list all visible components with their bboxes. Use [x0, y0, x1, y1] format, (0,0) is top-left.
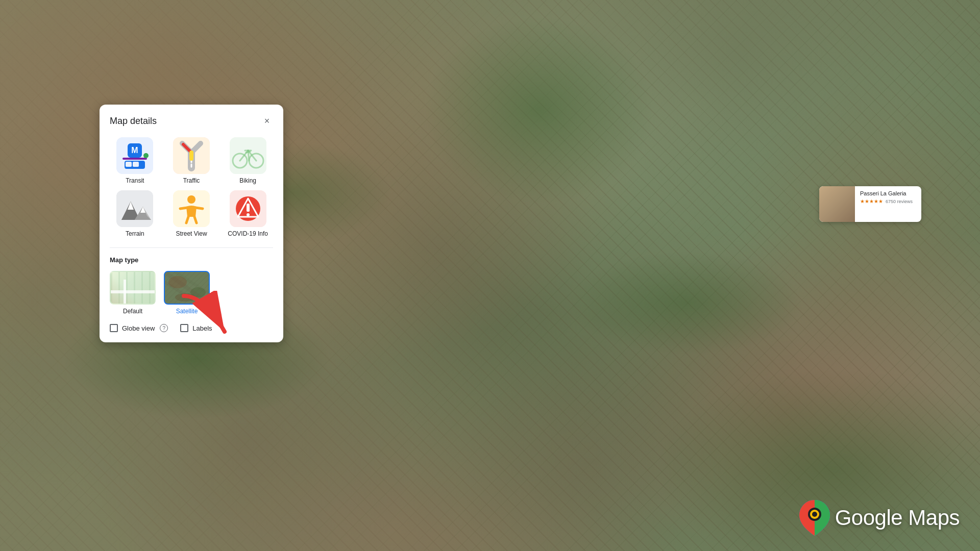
- svg-line-32: [180, 208, 187, 209]
- covid-item[interactable]: COVID-19 Info: [223, 190, 273, 237]
- map-details-panel: Map details × M: [100, 105, 283, 342]
- close-button[interactable]: ×: [261, 115, 273, 127]
- map-details-grid: M Transit: [110, 137, 273, 237]
- terrain-icon-svg: [116, 190, 153, 227]
- svg-point-31: [187, 195, 195, 204]
- default-road-v: [124, 280, 126, 304]
- checkbox-row: Globe view ? Labels: [110, 324, 273, 332]
- globe-view-label: Globe view: [122, 324, 155, 332]
- traffic-label: Traffic: [183, 177, 200, 184]
- street-view-label: Street View: [176, 230, 207, 237]
- panel-title: Map details: [110, 116, 157, 127]
- place-card-rating: ★★★★★ 6750 reviews: [860, 198, 916, 204]
- terrain-label: Terrain: [126, 230, 144, 237]
- place-card[interactable]: Passeri La Galeria ★★★★★ 6750 reviews: [819, 186, 921, 222]
- traffic-icon-box: [173, 137, 210, 174]
- map-type-satellite[interactable]: Satellite: [164, 271, 210, 315]
- map-type-section-label: Map type: [110, 256, 273, 264]
- biking-icon-svg: [230, 137, 266, 174]
- covid-icon-box: [230, 190, 266, 227]
- place-card-info: Passeri La Galeria ★★★★★ 6750 reviews: [855, 186, 921, 222]
- covid-icon-svg: [230, 190, 266, 227]
- section-divider: [110, 247, 273, 248]
- svg-point-53: [812, 512, 817, 517]
- covid-label: COVID-19 Info: [228, 230, 268, 237]
- satellite-thumbnail: [164, 271, 210, 305]
- google-maps-logo: Google Maps: [799, 500, 960, 536]
- satellite-thumb-svg: [165, 272, 209, 304]
- terrain-icon-box: [116, 190, 153, 227]
- default-label: Default: [123, 308, 142, 315]
- svg-rect-6: [122, 158, 147, 160]
- street-view-icon-box: [173, 190, 210, 227]
- globe-view-info-icon[interactable]: ?: [160, 324, 168, 332]
- terrain-item[interactable]: Terrain: [110, 190, 160, 237]
- globe-view-box: [110, 324, 118, 332]
- svg-point-40: [247, 213, 250, 216]
- place-card-reviews: 6750 reviews: [886, 199, 913, 204]
- svg-point-7: [143, 153, 149, 158]
- map-type-default[interactable]: Default: [110, 271, 156, 315]
- default-road-h: [111, 290, 155, 293]
- transit-icon-svg: M: [116, 137, 153, 174]
- panel-header: Map details ×: [110, 115, 273, 127]
- street-view-item[interactable]: Street View: [166, 190, 217, 237]
- transit-label: Transit: [126, 177, 144, 184]
- svg-text:M: M: [132, 146, 138, 155]
- svg-line-33: [195, 208, 203, 209]
- biking-icon-box: [230, 137, 266, 174]
- transit-icon-box: M: [116, 137, 153, 174]
- google-maps-pin-icon: [799, 500, 830, 536]
- biking-item[interactable]: Biking: [223, 137, 273, 184]
- default-thumbnail: [110, 271, 156, 305]
- biking-label: Biking: [239, 177, 256, 184]
- svg-rect-39: [247, 204, 250, 212]
- google-maps-text: Google Maps: [835, 506, 960, 530]
- svg-line-22: [246, 152, 250, 153]
- place-card-name: Passeri La Galeria: [860, 190, 916, 196]
- labels-label: Labels: [192, 324, 212, 332]
- traffic-item[interactable]: Traffic: [166, 137, 217, 184]
- globe-view-checkbox[interactable]: Globe view ?: [110, 324, 168, 332]
- labels-checkbox[interactable]: Labels: [180, 324, 212, 332]
- svg-rect-4: [126, 162, 132, 167]
- place-card-stars: ★★★★★: [860, 198, 883, 204]
- traffic-icon-svg: [173, 137, 210, 174]
- labels-box: [180, 324, 188, 332]
- transit-item[interactable]: M Transit: [110, 137, 160, 184]
- place-card-image: [819, 186, 855, 222]
- street-view-icon-svg: [173, 190, 210, 227]
- map-type-grid: Default: [110, 271, 273, 315]
- satellite-label: Satellite: [176, 308, 198, 315]
- svg-rect-23: [116, 190, 153, 227]
- svg-rect-5: [133, 162, 139, 167]
